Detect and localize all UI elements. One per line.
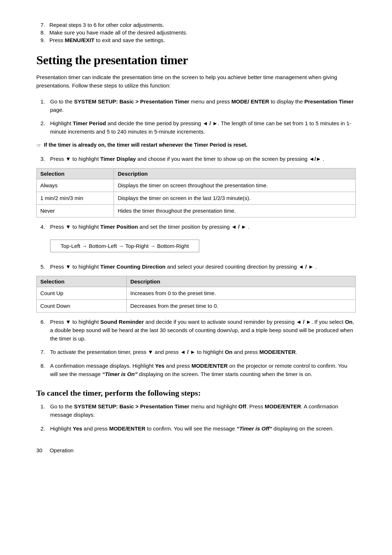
- step-4: 4. Press ▼ to highlight Timer Position a…: [36, 223, 356, 231]
- intro-paragraph: Presentation timer can indicate the pres…: [36, 73, 356, 90]
- cancel-step-1: 1. Go to the SYSTEM SETUP: Basic > Prese…: [36, 402, 356, 419]
- table-row: Count Up Increases from 0 to the preset …: [37, 287, 356, 300]
- table-row: 1 min/2 min/3 min Displays the timer on …: [37, 192, 356, 205]
- selection-never: Never: [37, 204, 114, 217]
- position-box: Top-Left → Bottom-Left → Top-Right → Bot…: [50, 240, 199, 252]
- description-count-up: Increases from 0 to the preset time.: [126, 287, 355, 300]
- intro-item-8: 8. Make sure you have made all of the de…: [36, 29, 356, 36]
- cancel-heading: To cancel the timer, perform the followi…: [36, 388, 356, 398]
- description-always: Displays the timer on screen throughout …: [114, 179, 356, 192]
- step-4-list: 4. Press ▼ to highlight Timer Position a…: [36, 223, 356, 231]
- step-7: 7. To activate the presentation timer, p…: [36, 348, 356, 356]
- note-icon: ☞: [36, 142, 41, 150]
- step-8: 8. A confirmation message displays. High…: [36, 362, 356, 379]
- table-row: Never Hides the timer throughout the pre…: [37, 204, 356, 217]
- page-number: 30: [36, 447, 42, 453]
- table1-header-selection: Selection: [37, 168, 114, 179]
- section-label: Operation: [50, 447, 74, 453]
- table1-header-description: Description: [114, 168, 356, 179]
- intro-item-9: 9. Press MENU/EXIT to exit and save the …: [36, 37, 356, 43]
- description-never: Hides the timer throughout the presentat…: [114, 204, 356, 217]
- selection-always: Always: [37, 179, 114, 192]
- cancel-steps-list: 1. Go to the SYSTEM SETUP: Basic > Prese…: [36, 402, 356, 433]
- description-count-down: Decreases from the preset time to 0.: [126, 299, 355, 312]
- cancel-step-2: 2. Highlight Yes and press MODE/ENTER to…: [36, 424, 356, 433]
- timer-display-table: Selection Description Always Displays th…: [36, 168, 356, 217]
- description-minrange: Displays the timer on screen in the last…: [114, 192, 356, 205]
- note-box: ☞ If the timer is already on, the timer …: [36, 141, 356, 150]
- selection-count-down: Count Down: [37, 299, 127, 312]
- main-steps-list: 1. Go to the SYSTEM SETUP: Basic > Prese…: [36, 97, 356, 136]
- selection-minrange: 1 min/2 min/3 min: [37, 192, 114, 205]
- table-row: Count Down Decreases from the preset tim…: [37, 299, 356, 312]
- step-2: 2. Highlight Timer Period and decide the…: [36, 119, 356, 136]
- steps-rest-list: 6. Press ▼ to highlight Sound Reminder a…: [36, 318, 356, 379]
- note-text: If the timer is already on, the timer wi…: [44, 141, 248, 149]
- intro-list: 7. Repeat steps 3 to 6 for other color a…: [36, 22, 356, 43]
- section-title: Setting the presentation timer: [36, 53, 356, 67]
- step-3: 3. Press ▼ to highlight Timer Display an…: [36, 155, 356, 163]
- table2-header-description: Description: [126, 276, 355, 287]
- step-5-list: 5. Press ▼ to highlight Timer Counting D…: [36, 262, 356, 271]
- step-5: 5. Press ▼ to highlight Timer Counting D…: [36, 262, 356, 271]
- step-1: 1. Go to the SYSTEM SETUP: Basic > Prese…: [36, 97, 356, 114]
- selection-count-up: Count Up: [37, 287, 127, 300]
- footer: 30 Operation: [36, 447, 356, 453]
- table2-header-selection: Selection: [37, 276, 127, 287]
- timer-counting-table: Selection Description Count Up Increases…: [36, 276, 356, 313]
- intro-item-7: 7. Repeat steps 3 to 6 for other color a…: [36, 22, 356, 28]
- table-row: Always Displays the timer on screen thro…: [37, 179, 356, 192]
- steps-2-list: 3. Press ▼ to highlight Timer Display an…: [36, 155, 356, 163]
- position-box-wrapper: Top-Left → Bottom-Left → Top-Right → Bot…: [50, 236, 356, 257]
- step-6: 6. Press ▼ to highlight Sound Reminder a…: [36, 318, 356, 343]
